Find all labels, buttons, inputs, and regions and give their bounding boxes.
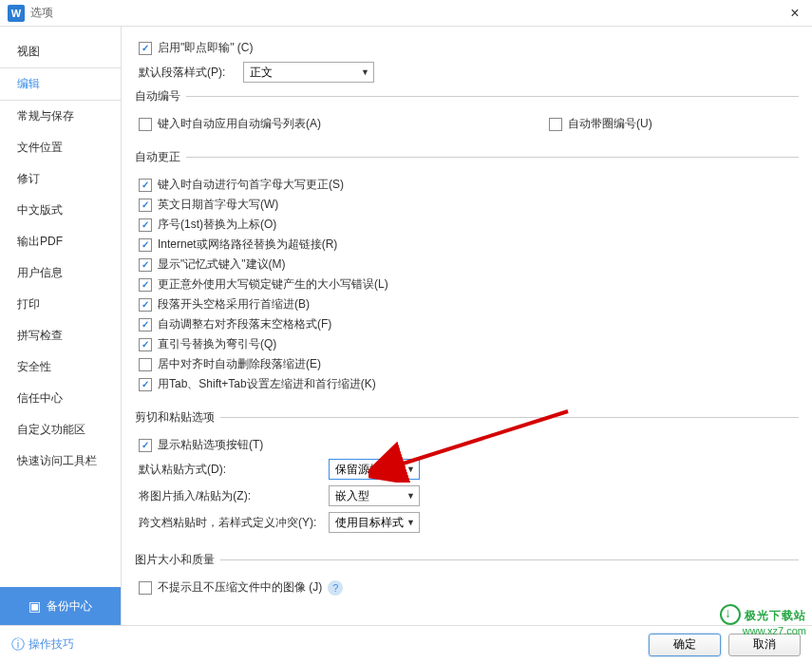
backup-label: 备份中心 xyxy=(47,598,92,615)
chevron-down-icon: ▼ xyxy=(406,518,415,527)
dropdown-default-paste-value: 保留源格式 xyxy=(335,462,406,478)
sidebar-item-print[interactable]: 打印 xyxy=(0,289,121,320)
label-ac2: 英文日期首字母大写(W) xyxy=(158,197,278,213)
sidebar-item-export-pdf[interactable]: 输出PDF xyxy=(0,226,121,257)
dropdown-default-paste[interactable]: 保留源格式 ▼ xyxy=(329,459,420,480)
dropdown-cross-doc-paste[interactable]: 使用目标样式 ▼ xyxy=(329,512,420,533)
dropdown-default-paragraph-value: 正文 xyxy=(250,65,361,81)
ok-button[interactable]: 确定 xyxy=(649,634,721,656)
row-autonumber: 键入时自动应用自动编号列表(A) 自动带圈编号(U) xyxy=(135,116,799,132)
label-ac11: 用Tab、Shift+Tab设置左缩进和首行缩进(K) xyxy=(158,376,376,392)
label-ac1: 键入时自动进行句首字母大写更正(S) xyxy=(158,177,344,193)
sidebar-item-security[interactable]: 安全性 xyxy=(0,351,121,383)
checkbox-ac8[interactable] xyxy=(139,318,152,332)
label-autonumber-circle: 自动带圈编号(U) xyxy=(568,116,652,132)
legend-autonumber: 自动编号 xyxy=(135,88,186,104)
sidebar-item-chinese-layout[interactable]: 中文版式 xyxy=(0,195,121,226)
label-ac9: 直引号替换为弯引号(Q) xyxy=(158,336,276,352)
tips-link[interactable]: ⓘ 操作技巧 xyxy=(11,636,74,654)
window-title: 选项 xyxy=(30,5,785,21)
sidebar-item-revision[interactable]: 修订 xyxy=(0,163,121,195)
label-click-type: 启用"即点即输" (C) xyxy=(158,40,254,56)
label-autonumber-apply: 键入时自动应用自动编号列表(A) xyxy=(158,116,321,132)
row-click-type: 启用"即点即输" (C) xyxy=(135,40,799,56)
cancel-button[interactable]: 取消 xyxy=(728,634,801,656)
label-show-paste-options: 显示粘贴选项按钮(T) xyxy=(158,437,263,453)
sidebar-item-user-info[interactable]: 用户信息 xyxy=(0,257,121,289)
sidebar-item-trust-center[interactable]: 信任中心 xyxy=(0,383,121,414)
row-autonumber-circle: 自动带圈编号(U) xyxy=(549,116,652,132)
sidebar-item-view[interactable]: 视图 xyxy=(0,36,121,68)
sidebar-item-edit[interactable]: 编辑 xyxy=(0,68,121,101)
legend-image-quality: 图片大小和质量 xyxy=(135,552,220,568)
label-ac5: 显示"记忆式键入"建议(M) xyxy=(158,256,286,273)
label-cross-doc-paste: 跨文档粘贴时，若样式定义冲突(Y): xyxy=(139,515,319,531)
chevron-down-icon: ▼ xyxy=(406,491,415,501)
chevron-down-icon: ▼ xyxy=(406,464,415,474)
checkbox-ac5[interactable] xyxy=(139,258,152,272)
label-ac7: 段落开头空格采用行首缩进(B) xyxy=(158,296,310,313)
label-ac8: 自动调整右对齐段落末空格格式(F) xyxy=(158,316,331,332)
dropdown-insert-image-as-value: 嵌入型 xyxy=(335,488,406,504)
sidebar: 视图 编辑 常规与保存 文件位置 修订 中文版式 输出PDF 用户信息 打印 拼… xyxy=(0,27,122,625)
checkbox-autonumber-apply[interactable] xyxy=(139,118,152,131)
close-icon[interactable]: × xyxy=(785,5,804,22)
checkbox-ac1[interactable] xyxy=(139,179,152,192)
dropdown-insert-image-as[interactable]: 嵌入型 ▼ xyxy=(329,485,420,506)
label-ac10: 居中对齐时自动删除段落缩进(E) xyxy=(158,356,321,372)
sidebar-item-spellcheck[interactable]: 拼写检查 xyxy=(0,320,121,351)
group-autocorrect: 自动更正 键入时自动进行句首字母大写更正(S) 英文日期首字母大写(W) 序号(… xyxy=(135,149,799,396)
titlebar: W 选项 × xyxy=(0,0,812,27)
dropdown-cross-doc-paste-value: 使用目标样式 xyxy=(335,515,406,531)
sidebar-items: 视图 编辑 常规与保存 文件位置 修订 中文版式 输出PDF 用户信息 打印 拼… xyxy=(0,36,121,587)
label-no-compress-image: 不提示且不压缩文件中的图像 (J) xyxy=(158,579,322,596)
legend-cutpaste: 剪切和粘贴选项 xyxy=(135,409,220,426)
label-insert-image-as: 将图片插入/粘贴为(Z): xyxy=(139,488,319,504)
checkbox-no-compress-image[interactable] xyxy=(139,581,152,595)
label-default-paragraph: 默认段落样式(P): xyxy=(139,65,234,81)
checkbox-click-type[interactable] xyxy=(139,42,152,55)
dropdown-default-paragraph[interactable]: 正文 ▼ xyxy=(243,62,374,83)
group-cutpaste: 剪切和粘贴选项 显示粘贴选项按钮(T) 默认粘贴方式(D): 保留源格式 ▼ 将… xyxy=(135,409,799,539)
checkbox-ac2[interactable] xyxy=(139,199,152,212)
footer: ⓘ 操作技巧 确定 取消 xyxy=(0,625,812,663)
help-icon[interactable]: ? xyxy=(328,580,343,596)
checkbox-ac7[interactable] xyxy=(139,298,152,312)
checkbox-show-paste-options[interactable] xyxy=(139,439,152,452)
backup-icon: ▣ xyxy=(28,598,41,614)
legend-autocorrect: 自动更正 xyxy=(135,149,186,165)
group-image-quality: 图片大小和质量 不提示且不压缩文件中的图像 (J) ? xyxy=(135,552,799,599)
content-panel: 启用"即点即输" (C) 默认段落样式(P): 正文 ▼ 自动编号 键入时自动应… xyxy=(122,27,812,625)
sidebar-item-quick-access[interactable]: 快速访问工具栏 xyxy=(0,445,121,477)
label-ac3: 序号(1st)替换为上标(O) xyxy=(158,217,276,233)
checkbox-ac6[interactable] xyxy=(139,278,152,292)
checkbox-ac4[interactable] xyxy=(139,238,152,252)
checkbox-ac9[interactable] xyxy=(139,338,152,351)
sidebar-item-general-save[interactable]: 常规与保存 xyxy=(0,101,121,132)
chevron-down-icon: ▼ xyxy=(361,67,369,77)
checkbox-ac11[interactable] xyxy=(139,378,152,391)
app-icon: W xyxy=(8,5,25,22)
group-autonumber: 自动编号 键入时自动应用自动编号列表(A) 自动带圈编号(U) xyxy=(135,88,799,136)
label-default-paste: 默认粘贴方式(D): xyxy=(139,462,319,478)
row-default-paragraph: 默认段落样式(P): 正文 ▼ xyxy=(139,62,799,83)
backup-center-button[interactable]: ▣ 备份中心 xyxy=(0,587,121,625)
checkbox-ac3[interactable] xyxy=(139,218,152,232)
sidebar-item-custom-ribbon[interactable]: 自定义功能区 xyxy=(0,414,121,445)
label-ac4: Internet或网络路径替换为超链接(R) xyxy=(158,237,337,253)
label-ac6: 更正意外使用大写锁定键产生的大小写错误(L) xyxy=(158,276,388,293)
checkbox-ac10[interactable] xyxy=(139,358,152,371)
body-area: 视图 编辑 常规与保存 文件位置 修订 中文版式 输出PDF 用户信息 打印 拼… xyxy=(0,27,812,625)
sidebar-item-file-location[interactable]: 文件位置 xyxy=(0,132,121,163)
checkbox-autonumber-circle[interactable] xyxy=(549,118,562,131)
tips-label: 操作技巧 xyxy=(28,636,74,653)
lightbulb-icon: ⓘ xyxy=(11,636,25,654)
